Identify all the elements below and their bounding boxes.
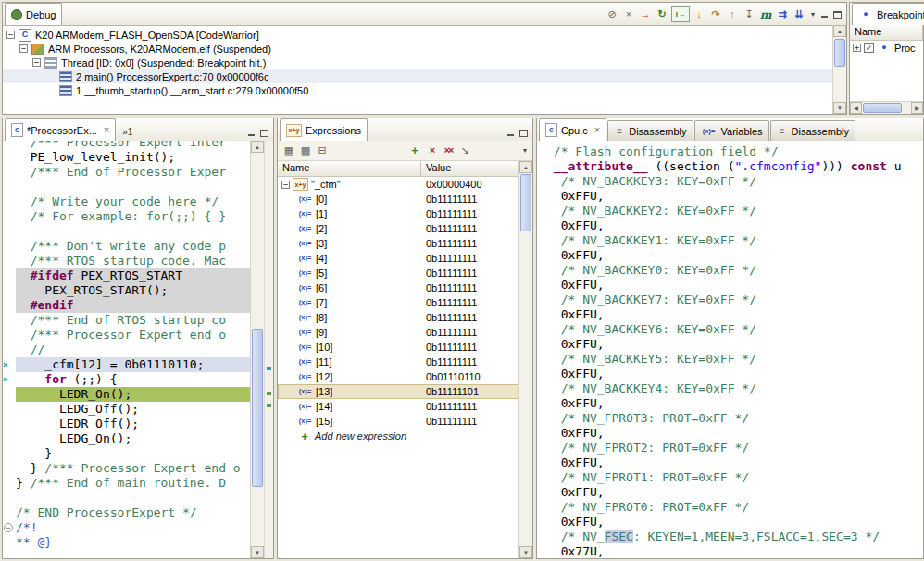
show-type-names-icon[interactable]: ▦ <box>281 143 296 158</box>
tab-cpu-c[interactable]: cCpu.c× <box>539 118 606 141</box>
scrollbar-thumb[interactable] <box>252 329 263 487</box>
collapse-icon[interactable]: − <box>19 44 28 53</box>
occurrence-mark[interactable] <box>267 404 271 407</box>
skip-all-breakpoints-icon[interactable]: ⊘ <box>605 7 619 22</box>
connect-icon[interactable]: → <box>638 7 653 22</box>
edit-location-icon[interactable]: » <box>3 372 16 387</box>
expression-row[interactable]: (x)=[3]0b11111111 <box>278 236 518 251</box>
editor-vertical-scrollbar[interactable]: ▲ ▼ <box>250 141 264 558</box>
scroll-up-icon[interactable]: ▲ <box>519 161 532 173</box>
scroll-right-icon[interactable]: ▶ <box>911 102 923 114</box>
breakpoints-list[interactable]: +✓●Proc <box>850 41 923 55</box>
expand-icon[interactable]: + <box>853 44 861 52</box>
remove-all-terminated-icon[interactable]: × <box>621 7 636 22</box>
expression-row[interactable]: (x)=[4]0b11111111 <box>278 251 518 266</box>
value-column-header[interactable]: Value <box>421 161 518 177</box>
collapse-icon[interactable]: − <box>32 58 41 67</box>
scrollbar-thumb[interactable] <box>863 103 902 113</box>
code-area[interactable]: /* Flash configuration field */ __attrib… <box>546 141 923 558</box>
expressions-vertical-scrollbar[interactable]: ▲ ▼ <box>518 161 532 558</box>
debug-tree-row[interactable]: −ARM Processors, K20ARModem.elf (Suspend… <box>3 42 832 56</box>
step-return-icon[interactable]: ↑ <box>725 7 740 22</box>
debug-tree-row[interactable]: 2 main() ProcessorExpert.c:70 0x00000f6c <box>3 69 832 83</box>
expression-row[interactable]: (x)=[9]0b11111111 <box>278 325 518 340</box>
expressions-table[interactable]: −x+y"_cfm"0x00000400(x)=[0]0b11111111(x)… <box>278 177 518 558</box>
view-menu-icon[interactable]: ▾ <box>521 146 529 155</box>
debug-vertical-scrollbar[interactable]: ▲ ▼ <box>832 25 846 114</box>
expression-row[interactable]: (x)=[13]0b11111101 <box>278 384 518 399</box>
debug-tree-row[interactable]: −Thread [ID: 0x0] (Suspended: Breakpoint… <box>3 56 832 69</box>
scrollbar-thumb[interactable] <box>520 174 531 231</box>
expression-row[interactable]: (x)=[5]0b11111111 <box>278 266 518 280</box>
breakpoint-checkbox[interactable]: ✓ <box>864 43 874 53</box>
debug-tree-row[interactable]: −CK20 ARModem_FLASH_OpenSDA [CodeWarrior… <box>3 28 832 42</box>
expression-row[interactable]: (x)=[10]0b11111111 <box>278 340 518 355</box>
expression-row[interactable]: (x)=[6]0b11111111 <box>278 280 518 295</box>
expression-row[interactable]: −x+y"_cfm"0x00000400 <box>278 177 518 192</box>
step-over-icon[interactable]: ↷ <box>708 7 723 22</box>
expression-row[interactable]: (x)=[0]0b11111111 <box>278 192 518 206</box>
debug-tree[interactable]: −CK20 ARModem_FLASH_OpenSDA [CodeWarrior… <box>3 25 832 114</box>
collapse-icon[interactable]: − <box>6 31 15 39</box>
show-source-icon[interactable]: m <box>758 7 773 22</box>
add-expression-row[interactable]: +Add new expression <box>278 429 518 443</box>
occurrence-mark[interactable] <box>267 392 271 395</box>
close-icon[interactable]: × <box>594 125 600 135</box>
breakpoint-row[interactable]: +✓●Proc <box>850 41 923 55</box>
annotation-ruler[interactable] <box>537 141 546 558</box>
annotation-ruler[interactable]: »»− <box>3 141 16 558</box>
maximize-icon[interactable] <box>518 129 529 138</box>
debug-tree-row[interactable]: 1 __thumb_startup() __arm_start.c:279 0x… <box>3 83 832 97</box>
remove-all-expressions-icon[interactable]: ×× <box>441 143 456 158</box>
scroll-up-icon[interactable]: ▲ <box>251 141 264 153</box>
expression-row[interactable]: (x)=[12]0b01110110 <box>278 369 518 384</box>
scroll-down-icon[interactable]: ▼ <box>519 546 532 558</box>
tab-debug[interactable]: Debug <box>5 3 62 25</box>
scrollbar-thumb[interactable] <box>834 39 845 67</box>
code-area[interactable]: /*** Processor Expert inter PE_low_level… <box>16 141 250 558</box>
scroll-up-icon[interactable]: ▲ <box>833 25 846 37</box>
overview-ruler[interactable] <box>264 141 273 558</box>
multicore-resume-icon[interactable]: ⇉ <box>775 7 790 22</box>
drop-to-frame-icon[interactable]: ↧ <box>742 7 756 22</box>
tab-breakpoints[interactable]: ● Breakpoints <box>852 3 924 25</box>
multicore-suspend-icon[interactable]: ⇊ <box>792 7 806 22</box>
tab-disassembly[interactable]: ≡Disassembly <box>607 120 693 141</box>
edit-location-icon[interactable]: » <box>3 357 16 372</box>
add-expression-icon[interactable]: + <box>407 143 422 158</box>
restart-icon[interactable]: ↻ <box>655 7 669 22</box>
step-into-icon[interactable]: ↓ <box>692 7 706 22</box>
edit-location-mark[interactable] <box>267 367 271 370</box>
name-column-header[interactable]: Name <box>850 25 923 41</box>
expression-row[interactable]: (x)=[2]0b11111111 <box>278 221 518 236</box>
collapse-all-icon[interactable]: ⊟ <box>315 143 330 158</box>
scroll-left-icon[interactable]: ◀ <box>850 102 862 114</box>
minimize-icon[interactable] <box>246 129 256 138</box>
remove-expression-icon[interactable]: × <box>424 143 439 158</box>
tab-expressions[interactable]: x+y Expressions <box>280 118 368 141</box>
view-menu-icon[interactable]: ▾ <box>809 10 817 19</box>
name-column-header[interactable]: Name <box>278 161 421 177</box>
maximize-icon[interactable] <box>832 10 843 19</box>
tab-variables[interactable]: (x)=Variables <box>694 120 769 141</box>
expression-row[interactable]: (x)=[15]0b11111111 <box>278 414 518 429</box>
collapse-icon[interactable]: − <box>281 181 290 189</box>
tab-processorexpert[interactable]: c *ProcessorEx... × <box>5 118 116 141</box>
breakpoints-horizontal-scrollbar[interactable]: ◀ ▶ <box>850 101 923 114</box>
minimize-icon[interactable] <box>506 129 516 138</box>
hidden-tabs-indicator[interactable]: »1 <box>122 127 132 141</box>
fold-collapse-icon[interactable]: − <box>4 523 13 532</box>
expression-row[interactable]: (x)=[7]0b11111111 <box>278 295 518 310</box>
paste-icon[interactable]: ↘ <box>457 143 472 158</box>
scroll-down-icon[interactable]: ▼ <box>251 546 264 558</box>
close-icon[interactable]: × <box>104 125 109 135</box>
expression-row[interactable]: (x)=[14]0b11111111 <box>278 399 518 414</box>
instruction-stepping-icon[interactable]: i→ <box>671 6 690 22</box>
expression-row[interactable]: (x)=[8]0b11111111 <box>278 310 518 325</box>
show-logical-structure-icon[interactable]: ▩ <box>298 143 313 158</box>
scroll-down-icon[interactable]: ▼ <box>833 102 846 114</box>
maximize-icon[interactable] <box>259 129 269 138</box>
expression-row[interactable]: (x)=[11]0b11111111 <box>278 355 518 369</box>
tab-disassembly[interactable]: ≡Disassembly <box>770 120 855 141</box>
expression-row[interactable]: (x)=[1]0b11111111 <box>278 206 518 221</box>
